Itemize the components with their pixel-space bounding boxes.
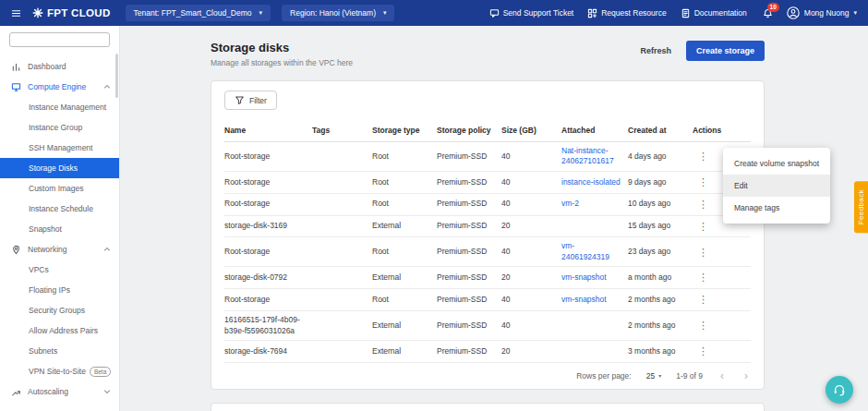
attached-instance-link[interactable]: vm-2 xyxy=(561,199,579,208)
cell-size: 20 xyxy=(501,343,561,360)
table-pagination: Rows per page: 25 ▾ 1-9 of 9 ‹ › xyxy=(224,363,751,389)
column-header-name: Name xyxy=(224,121,312,141)
topbar-link-send-support-ticket[interactable]: Send Support Ticket xyxy=(489,8,574,18)
attached-instance-link[interactable]: vm-snapshot xyxy=(561,295,607,304)
sidebar-item-label: Networking xyxy=(28,245,97,254)
sidebar-item-security-groups[interactable]: Security Groups xyxy=(0,300,119,320)
row-actions-button[interactable]: ⋮ xyxy=(693,151,714,162)
notification-badge: 10 xyxy=(767,3,779,13)
page-header: Storage disks Manage all storages within… xyxy=(211,41,765,67)
column-header-actions: Actions xyxy=(693,121,753,141)
row-actions-button[interactable]: ⋮ xyxy=(693,176,714,187)
cell-name: Root-storage xyxy=(224,243,312,260)
cell-name: Root-storage xyxy=(224,148,312,165)
cell-tags xyxy=(312,152,372,160)
menu-item-manage-tags[interactable]: Manage tags xyxy=(723,197,830,219)
cell-storage-policy: Premium-SSD xyxy=(437,174,501,191)
sidebar-item-label: Instance Management xyxy=(29,103,106,112)
menu-item-edit[interactable]: Edit xyxy=(723,175,830,197)
sidebar-item-snapshot[interactable]: Snapshot xyxy=(0,219,119,239)
support-fab[interactable] xyxy=(826,376,853,404)
table-body: Root-storageRootPremium-SSD40Nat-instanc… xyxy=(224,142,751,363)
cell-created-at: 2 months ago xyxy=(628,317,693,334)
cell-created-at: a month ago xyxy=(628,269,693,286)
sidebar-item-storage-disks[interactable]: Storage Disks xyxy=(0,158,119,178)
create-storage-button[interactable]: Create storage xyxy=(686,41,765,61)
sidebar-item-allow-address-pairs[interactable]: Allow Address Pairs xyxy=(0,320,119,341)
topbar-right: Send Support TicketRequest ResourceDocum… xyxy=(489,6,857,19)
cell-storage-type: Root xyxy=(372,174,437,191)
previous-page-button[interactable]: ‹ xyxy=(717,370,727,381)
rows-per-page-select[interactable]: 25 ▾ xyxy=(646,371,661,381)
region-selector[interactable]: Region: Hanoi (Vietnam) ▾ xyxy=(282,5,394,21)
networking-icon xyxy=(11,245,21,255)
rows-per-page-value: 25 xyxy=(646,371,655,381)
page-root: FPT CLOUD Tenant: FPT_Smart_Cloud_Demo ▾… xyxy=(0,0,868,411)
cell-storage-policy: Premium-SSD xyxy=(437,291,501,308)
sidebar-item-networking[interactable]: Networking xyxy=(0,239,119,260)
user-menu[interactable]: Mong Nuong ▾ xyxy=(787,6,857,19)
region-label: Region: Hanoi (Vietnam) xyxy=(290,8,376,18)
feedback-tab[interactable]: Feedback xyxy=(854,181,868,233)
request-resource-icon xyxy=(587,8,597,18)
refresh-button[interactable]: Refresh xyxy=(634,42,677,60)
cell-created-at: 15 days ago xyxy=(628,217,693,235)
next-page-button[interactable]: › xyxy=(741,370,751,381)
column-header-attached: Attached xyxy=(561,121,628,141)
sidebar-item-label: Instance Schedule xyxy=(29,204,93,213)
table-row: Root-storageRootPremium-SSD40vm-24061924… xyxy=(224,237,751,267)
row-actions-button[interactable]: ⋮ xyxy=(693,199,714,210)
cell-size: 40 xyxy=(501,291,561,308)
cell-storage-type: Root xyxy=(372,291,437,308)
menu-toggle-icon[interactable] xyxy=(11,8,21,18)
attached-instance-link[interactable]: vm-snapshot xyxy=(561,272,607,282)
cell-storage-policy: Premium-SSD xyxy=(437,343,501,360)
notifications-button[interactable]: 10 xyxy=(763,8,773,18)
documentation-icon xyxy=(681,8,691,18)
sidebar-item-instance-schedule[interactable]: Instance Schedule xyxy=(0,199,119,219)
sidebar-item-dashboard[interactable]: Dashboard xyxy=(0,56,119,77)
topbar-link-label: Send Support Ticket xyxy=(503,8,574,18)
filter-label: Filter xyxy=(249,96,267,105)
sidebar-item-custom-images[interactable]: Custom Images xyxy=(0,178,119,199)
sidebar-item-ssh-management[interactable]: SSH Management xyxy=(0,138,119,158)
row-actions-button[interactable]: ⋮ xyxy=(693,345,714,357)
sidebar-item-label: SSH Management xyxy=(29,143,92,152)
cell-attached: Nat-instance-240627101617 xyxy=(561,142,628,171)
user-avatar-icon xyxy=(787,6,800,19)
sidebar-item-instance-group[interactable]: Instance Group xyxy=(0,117,119,138)
cell-storage-policy: Premium-SSD xyxy=(437,243,501,260)
row-actions-button[interactable]: ⋮ xyxy=(693,247,714,258)
sidebar-item-vpcs[interactable]: VPCs xyxy=(0,260,119,280)
sidebar-item-floating-ips[interactable]: Floating IPs xyxy=(0,280,119,300)
sidebar-item-autoscaling[interactable]: Autoscaling xyxy=(0,381,119,402)
filter-button[interactable]: Filter xyxy=(224,91,277,110)
attached-instance-link[interactable]: vm-24061924319 xyxy=(561,241,609,260)
sidebar-item-subnets[interactable]: Subnets xyxy=(0,341,119,361)
row-actions-button[interactable]: ⋮ xyxy=(693,272,714,283)
attached-instance-link[interactable]: Nat-instance-240627101617 xyxy=(561,146,614,165)
cell-created-at: 3 months ago xyxy=(628,343,693,360)
tenant-selector[interactable]: Tenant: FPT_Smart_Cloud_Demo ▾ xyxy=(126,5,271,21)
sidebar-item-instance-management[interactable]: Instance Management xyxy=(0,97,119,117)
project-selector[interactable] xyxy=(9,32,110,47)
column-header-storage-type: Storage type xyxy=(372,121,437,141)
sidebar-item-label: Instance Group xyxy=(29,123,82,132)
filter-icon xyxy=(235,95,245,105)
topbar-link-documentation[interactable]: Documentation xyxy=(681,8,747,18)
menu-item-create-volume-snapshot[interactable]: Create volume snapshot xyxy=(723,152,830,175)
cell-storage-type: External xyxy=(372,317,437,334)
cell-attached xyxy=(561,322,628,330)
sidebar-item-vpn-site-to-site[interactable]: VPN Site-to-SiteBeta xyxy=(0,361,119,381)
row-actions-button[interactable]: ⋮ xyxy=(693,320,714,331)
cell-attached: vm-snapshot xyxy=(561,291,628,308)
sidebar: DashboardCompute EngineInstance Manageme… xyxy=(0,26,120,411)
fpt-logo-icon xyxy=(32,7,43,18)
attached-instance-link[interactable]: instance-isolated xyxy=(561,177,621,187)
sidebar-item-compute-engine[interactable]: Compute Engine xyxy=(0,77,119,97)
cell-storage-type: Root xyxy=(372,243,437,260)
row-actions-button[interactable]: ⋮ xyxy=(693,294,714,305)
topbar-link-request-resource[interactable]: Request Resource xyxy=(587,8,666,18)
row-actions-button[interactable]: ⋮ xyxy=(693,221,714,232)
sidebar-scrollbar[interactable] xyxy=(115,54,118,98)
